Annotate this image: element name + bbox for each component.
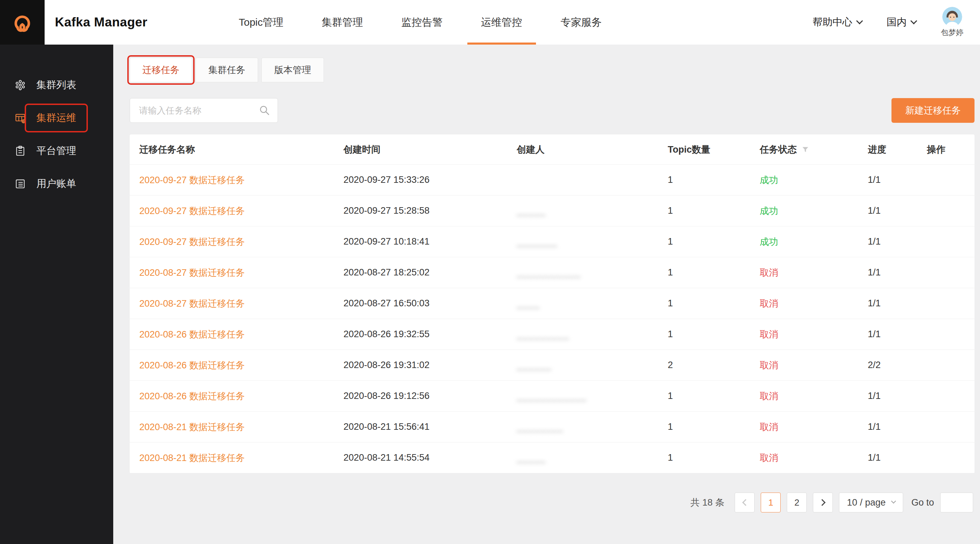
topic-count: 1 <box>658 391 750 401</box>
prev-page-button[interactable] <box>735 493 754 512</box>
tab-bar: 迁移任务 集群任务 版本管理 <box>130 58 975 82</box>
nav-topic-management[interactable]: Topic管理 <box>220 0 303 44</box>
sidebar-item-user-billing[interactable]: 用户账单 <box>0 167 113 200</box>
creator: ________ <box>507 422 658 432</box>
migration-task-table: 迁移任务名称 创建时间 创建人 Topic数量 任务状态 进度 操作 2020-… <box>130 135 975 473</box>
region-label: 国内 <box>887 16 907 29</box>
task-name-link[interactable]: 2020-08-26 数据迁移任务 <box>130 359 334 371</box>
created-time: 2020-08-27 18:25:02 <box>334 267 507 278</box>
nav-monitor-alert[interactable]: 监控告警 <box>382 0 462 44</box>
sidebar-item-cluster-list[interactable]: 集群列表 <box>0 68 113 102</box>
task-name-link[interactable]: 2020-08-26 数据迁移任务 <box>130 390 334 402</box>
chevron-down-icon <box>910 17 917 24</box>
progress: 1/1 <box>858 452 917 463</box>
user-menu[interactable]: 包梦婷 <box>941 7 964 38</box>
sidebar-item-label: 集群列表 <box>37 78 76 92</box>
app-logo[interactable] <box>0 0 45 44</box>
col-task-status: 任务状态 <box>750 143 858 156</box>
task-name-link[interactable]: 2020-09-27 数据迁移任务 <box>130 174 334 186</box>
cluster-dots-icon <box>14 79 26 91</box>
create-migration-task-button[interactable]: 新建迁移任务 <box>891 98 975 123</box>
topic-count: 2 <box>658 360 750 370</box>
sidebar-item-platform[interactable]: 平台管理 <box>0 135 113 167</box>
creator: ____ <box>507 298 658 309</box>
col-creator: 创建人 <box>507 143 658 156</box>
task-name-link[interactable]: 2020-08-21 数据迁移任务 <box>130 452 334 464</box>
page-size-value: 10 / page <box>847 497 886 508</box>
topic-count: 1 <box>658 174 750 185</box>
status-badge: 取消 <box>750 421 858 433</box>
avatar <box>942 7 962 27</box>
sidebar-item-label: 平台管理 <box>37 144 76 158</box>
progress: 1/1 <box>858 205 917 216</box>
top-nav: Topic管理 集群管理 监控告警 运维管控 专家服务 <box>220 0 621 44</box>
chevron-left-icon <box>742 499 749 506</box>
nav-ops-control[interactable]: 运维管控 <box>462 0 541 44</box>
filter-funnel-icon[interactable] <box>802 146 809 153</box>
table-row: 2020-09-27 数据迁移任务 2020-09-27 15:33:26 1 … <box>130 165 975 195</box>
status-badge: 取消 <box>750 297 858 310</box>
region-select[interactable]: 国内 <box>887 16 916 29</box>
pagination-total: 共 18 条 <box>690 496 724 509</box>
tab-cluster-tasks[interactable]: 集群任务 <box>196 58 258 82</box>
sidebar-item-label: 集群运维 <box>37 111 76 125</box>
ops-grid-icon <box>14 112 26 124</box>
creator: ___________ <box>507 267 658 278</box>
chevron-down-icon <box>891 499 896 504</box>
creator: _______ <box>507 236 658 247</box>
sidebar-item-cluster-ops[interactable]: 集群运维 <box>0 102 113 135</box>
chevron-down-icon <box>856 17 863 24</box>
topic-count: 1 <box>658 236 750 247</box>
nav-cluster-management[interactable]: 集群管理 <box>303 0 382 44</box>
list-icon <box>14 178 26 190</box>
goto-label: Go to <box>912 497 934 508</box>
col-task-status-label: 任务状态 <box>760 143 797 156</box>
creator: _____ <box>507 205 658 216</box>
progress: 1/1 <box>858 236 917 247</box>
chevron-right-icon <box>819 499 826 506</box>
next-page-button[interactable] <box>813 493 833 512</box>
col-created-time: 创建时间 <box>334 143 507 156</box>
table-row: 2020-08-27 数据迁移任务 2020-08-27 16:50:03 __… <box>130 288 975 319</box>
created-time: 2020-08-27 16:50:03 <box>334 298 507 309</box>
search-input[interactable] <box>130 98 278 123</box>
task-name-link[interactable]: 2020-08-27 数据迁移任务 <box>130 266 334 279</box>
created-time: 2020-08-21 15:56:41 <box>334 422 507 432</box>
topic-count: 1 <box>658 298 750 309</box>
table-row: 2020-08-26 数据迁移任务 2020-08-26 19:32:55 __… <box>130 319 975 350</box>
task-name-link[interactable]: 2020-09-27 数据迁移任务 <box>130 205 334 217</box>
page-size-select[interactable]: 10 / page <box>839 493 903 512</box>
status-badge: 取消 <box>750 452 858 464</box>
progress: 1/1 <box>858 267 917 278</box>
created-time: 2020-08-26 19:32:55 <box>334 329 507 339</box>
clipboard-icon <box>14 145 26 157</box>
main-content: 迁移任务 集群任务 版本管理 新建迁移任务 迁移任务名称 创建时间 创建人 To… <box>113 44 980 544</box>
table-row: 2020-08-21 数据迁移任务 2020-08-21 14:55:54 __… <box>130 442 975 473</box>
tab-migration-tasks[interactable]: 迁移任务 <box>130 58 192 82</box>
goto-page-input[interactable] <box>940 493 973 512</box>
col-operations: 操作 <box>917 143 975 156</box>
topbar-right: 帮助中心 国内 包梦婷 <box>813 7 980 38</box>
help-center-menu[interactable]: 帮助中心 <box>813 16 862 29</box>
toolbar: 新建迁移任务 <box>130 98 975 123</box>
page-1-button[interactable]: 1 <box>761 493 781 512</box>
page-2-button[interactable]: 2 <box>787 493 807 512</box>
task-name-link[interactable]: 2020-08-21 数据迁移任务 <box>130 421 334 433</box>
nav-expert-service[interactable]: 专家服务 <box>541 0 621 44</box>
task-name-link[interactable]: 2020-09-27 数据迁移任务 <box>130 236 334 248</box>
created-time: 2020-09-27 10:18:41 <box>334 236 507 247</box>
topic-count: 1 <box>658 205 750 216</box>
search-icon[interactable] <box>259 105 270 116</box>
topic-count: 1 <box>658 452 750 463</box>
progress: 1/1 <box>858 298 917 309</box>
logo-icon <box>9 9 35 35</box>
table-row: 2020-09-27 数据迁移任务 2020-09-27 15:28:58 __… <box>130 195 975 226</box>
col-topic-count: Topic数量 <box>658 143 750 156</box>
progress: 1/1 <box>858 391 917 401</box>
status-badge: 取消 <box>750 328 858 341</box>
col-progress: 进度 <box>858 143 917 156</box>
task-name-link[interactable]: 2020-08-27 数据迁移任务 <box>130 297 334 310</box>
search-box <box>130 98 278 123</box>
tab-version-management[interactable]: 版本管理 <box>261 58 324 82</box>
task-name-link[interactable]: 2020-08-26 数据迁移任务 <box>130 328 334 341</box>
